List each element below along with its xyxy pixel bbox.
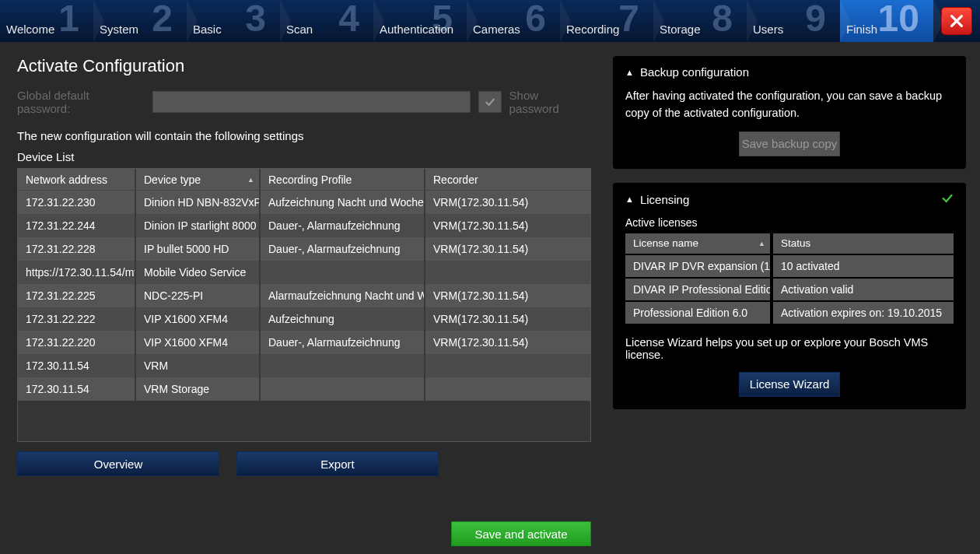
step-label: Welcome	[6, 23, 54, 36]
step-number: 6	[525, 0, 546, 40]
table-row[interactable]: https://172.30.11.54/mvsMobile Video Ser…	[18, 261, 590, 284]
cell-recording-profile: Dauer-, Alarmaufzeichnung	[261, 331, 425, 354]
cell-network-address: 172.31.22.222	[18, 307, 136, 331]
backup-panel-header[interactable]: ▲ Backup configuration	[625, 65, 954, 79]
password-label: Global default password:	[17, 89, 145, 115]
step-number: 2	[152, 0, 173, 40]
license-wizard-button[interactable]: License Wizard	[739, 372, 840, 397]
cell-device-type: Dinion HD NBN-832VxP	[136, 191, 261, 214]
cell-recorder: VRM(172.30.11.54)	[425, 307, 565, 331]
table-row[interactable]: 172.31.22.220VIP X1600 XFM4Dauer-, Alarm…	[18, 331, 590, 354]
table-row[interactable]: 172.30.11.54VRM	[18, 354, 590, 377]
cell-recording-profile	[261, 354, 425, 377]
cell-device-type: VRM	[136, 354, 261, 377]
close-icon	[948, 12, 965, 30]
cell-recording-profile: Dauer-, Alarmaufzeichnung	[261, 214, 425, 237]
close-button[interactable]	[941, 7, 972, 35]
licensing-panel: ▲ Licensing Active licenses License name…	[613, 183, 966, 409]
step-number: 10	[878, 0, 919, 40]
device-list-label: Device List	[17, 150, 591, 163]
cell-license-name: Professional Edition 6.0	[625, 302, 773, 324]
right-pane: ▲ Backup configuration After having acti…	[607, 42, 980, 554]
license-table: License name▲ Status DIVAR IP DVR expans…	[625, 233, 954, 324]
step-number: 4	[338, 0, 359, 40]
export-button[interactable]: Export	[236, 451, 439, 476]
step-number: 8	[712, 0, 733, 40]
overview-button[interactable]: Overview	[17, 451, 219, 476]
col-device-type[interactable]: Device type▲	[136, 169, 261, 190]
cell-network-address: https://172.30.11.54/mvs	[18, 261, 136, 284]
device-table-body: 172.31.22.230Dinion HD NBN-832VxPAufzeic…	[18, 191, 590, 441]
table-row[interactable]: Professional Edition 6.0Activation expir…	[625, 300, 954, 324]
backup-panel-text: After having activated the configuration…	[625, 88, 954, 122]
cell-network-address: 172.30.11.54	[18, 377, 136, 401]
wizard-step-cameras[interactable]: 6Cameras	[467, 0, 560, 42]
cell-device-type: Mobile Video Service	[136, 261, 261, 284]
licensing-panel-title: Licensing	[640, 193, 689, 206]
licensing-panel-header[interactable]: ▲ Licensing	[625, 192, 954, 207]
cell-network-address: 172.31.22.244	[18, 214, 136, 237]
save-activate-button[interactable]: Save and activate	[451, 521, 591, 546]
page-title: Activate Configuration	[17, 56, 591, 76]
device-table-header: Network address Device type▲ Recording P…	[18, 169, 590, 191]
col-network-address[interactable]: Network address	[18, 169, 136, 190]
step-number: 1	[58, 0, 79, 40]
col-recording-profile[interactable]: Recording Profile	[261, 169, 425, 190]
step-label: Basic	[193, 23, 222, 36]
step-number: 3	[245, 0, 266, 40]
table-row[interactable]: 172.30.11.54VRM Storage	[18, 377, 590, 401]
step-label: Users	[753, 23, 783, 36]
table-row[interactable]: 172.31.22.230Dinion HD NBN-832VxPAufzeic…	[18, 191, 590, 214]
show-password-label[interactable]: Show password	[509, 89, 591, 115]
button-row: Overview Export	[17, 451, 591, 476]
table-row[interactable]: 172.31.22.222VIP X1600 XFM4AufzeichnungV…	[18, 307, 590, 331]
cell-recorder	[425, 377, 565, 401]
chevron-up-icon: ▲	[625, 68, 634, 77]
wizard-step-welcome[interactable]: 1Welcome	[0, 0, 93, 42]
cell-device-type: VIP X1600 XFM4	[136, 331, 261, 354]
wizard-step-basic[interactable]: 3Basic	[187, 0, 280, 42]
col-recorder[interactable]: Recorder	[425, 169, 565, 190]
password-row: Global default password: Show password	[17, 89, 591, 115]
save-backup-button[interactable]: Save backup copy	[739, 131, 840, 156]
config-info-text: The new configuration will contain the f…	[17, 129, 591, 142]
cell-recorder: VRM(172.30.11.54)	[425, 214, 565, 237]
wizard-step-users[interactable]: 9Users	[747, 0, 840, 42]
table-row[interactable]: 172.31.22.244Dinion IP starlight 8000 MP…	[18, 214, 590, 237]
table-row[interactable]: 172.31.22.225NDC-225-PIAlarmaufzeichnung…	[18, 284, 590, 307]
wizard-step-storage[interactable]: 8Storage	[653, 0, 747, 42]
active-licenses-label: Active licenses	[625, 216, 954, 229]
wizard-step-authentication[interactable]: 5Authentication	[373, 0, 467, 42]
cell-network-address: 172.31.22.220	[18, 331, 136, 354]
wizard-step-system[interactable]: 2System	[93, 0, 187, 42]
backup-panel: ▲ Backup configuration After having acti…	[613, 56, 966, 169]
table-row[interactable]: DIVAR IP Professional EditionActivation …	[625, 277, 954, 300]
step-label: Authentication	[380, 23, 453, 36]
cell-license-status: Activation valid	[773, 279, 954, 300]
cell-recorder	[425, 261, 565, 284]
cell-device-type: VIP X1600 XFM4	[136, 307, 261, 331]
cell-recording-profile: Alarmaufzeichnung Nacht und Wochenende	[261, 284, 425, 307]
wizard-steps: 1Welcome2System3Basic4Scan5Authenticatio…	[0, 0, 980, 42]
col-license-name[interactable]: License name▲	[625, 233, 773, 254]
step-label: Storage	[660, 23, 701, 36]
cell-recording-profile	[261, 261, 425, 284]
cell-recorder: VRM(172.30.11.54)	[425, 331, 565, 354]
password-input[interactable]	[152, 91, 470, 113]
wizard-step-finish[interactable]: 10Finish	[840, 0, 933, 42]
sort-asc-icon: ▲	[758, 240, 765, 247]
cell-network-address: 172.31.22.230	[18, 191, 136, 214]
table-row[interactable]: 172.31.22.228IP bullet 5000 HDDauer-, Al…	[18, 237, 590, 261]
wizard-step-scan[interactable]: 4Scan	[280, 0, 373, 42]
wizard-step-recording[interactable]: 7Recording	[560, 0, 653, 42]
cell-recording-profile	[261, 377, 425, 401]
cell-recording-profile: Dauer-, Alarmaufzeichnung	[261, 237, 425, 261]
cell-license-name: DIVAR IP Professional Edition	[625, 279, 773, 300]
save-row: Save and activate	[17, 476, 591, 546]
table-row[interactable]: DIVAR IP DVR expansion (1)10 activated	[625, 254, 954, 277]
col-license-status[interactable]: Status	[773, 233, 954, 254]
cell-recorder	[425, 354, 565, 377]
password-confirm-button[interactable]	[478, 91, 502, 113]
device-table: Network address Device type▲ Recording P…	[17, 168, 591, 442]
license-table-header: License name▲ Status	[625, 233, 954, 254]
